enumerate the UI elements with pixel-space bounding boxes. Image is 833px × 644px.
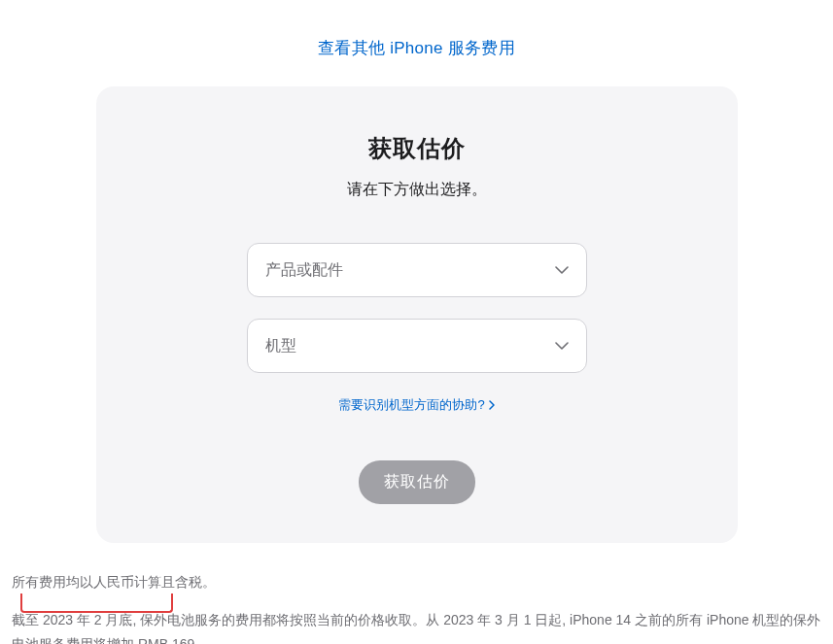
- chevron-down-icon: [555, 263, 569, 277]
- price-increase-highlight: 费用将增加 RMB 169。: [66, 636, 208, 644]
- other-service-fees-link[interactable]: 查看其他 iPhone 服务费用: [318, 39, 515, 57]
- estimate-card: 获取估价 请在下方做出选择。 产品或配件 机型 需要识别机型方面的协助? 获取估…: [96, 86, 738, 543]
- model-select[interactable]: 机型: [247, 319, 587, 373]
- footer-line-1: 所有费用均以人民币计算且含税。: [12, 570, 821, 594]
- footer-notes: 所有费用均以人民币计算且含税。 截至 2023 年 2 月底, 保外电池服务的费…: [0, 543, 833, 644]
- product-select-placeholder: 产品或配件: [265, 260, 343, 281]
- product-select[interactable]: 产品或配件: [247, 243, 587, 297]
- chevron-down-icon: [555, 339, 569, 353]
- card-subtitle: 请在下方做出选择。: [135, 180, 699, 200]
- chevron-right-icon: [489, 400, 495, 410]
- card-title: 获取估价: [135, 133, 699, 164]
- get-estimate-button[interactable]: 获取估价: [359, 460, 475, 504]
- footer-line-2: 截至 2023 年 2 月底, 保外电池服务的费用都将按照当前的价格收取。从 2…: [12, 608, 821, 644]
- help-link-label: 需要识别机型方面的协助?: [338, 396, 484, 414]
- model-select-placeholder: 机型: [265, 336, 296, 356]
- identify-model-help-link[interactable]: 需要识别机型方面的协助?: [338, 396, 494, 414]
